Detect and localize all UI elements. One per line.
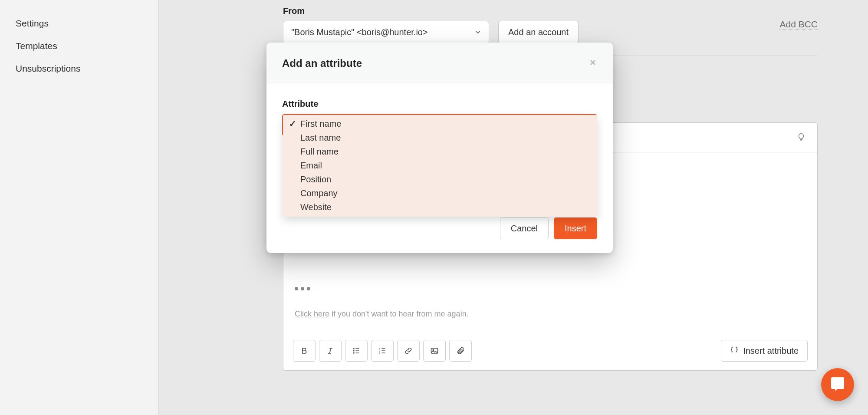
attribute-label: Attribute xyxy=(282,99,597,109)
chat-icon xyxy=(830,376,845,394)
braces-icon xyxy=(730,346,739,356)
close-icon[interactable] xyxy=(589,56,597,70)
italic-button[interactable] xyxy=(319,340,342,362)
modal-body: Attribute First name Last name Full name… xyxy=(266,83,613,145)
svg-text:3: 3 xyxy=(379,352,380,354)
from-value: "Boris Mustapic" <boris@hunter.io> xyxy=(291,27,428,37)
svg-point-1 xyxy=(353,350,354,351)
dropdown-option-last-name[interactable]: Last name xyxy=(283,131,597,145)
chevron-down-icon xyxy=(475,27,481,37)
insert-attribute-label: Insert attribute xyxy=(743,346,799,356)
numbered-list-button[interactable]: 123 xyxy=(371,340,394,362)
ellipsis-icon xyxy=(295,287,310,290)
dropdown-option-first-name[interactable]: First name xyxy=(283,115,597,131)
modal-title: Add an attribute xyxy=(282,57,362,69)
attribute-select[interactable]: First name Last name Full name Email Pos… xyxy=(282,114,597,136)
attribute-dropdown: First name Last name Full name Email Pos… xyxy=(283,115,597,217)
image-button[interactable] xyxy=(423,340,446,362)
link-button[interactable] xyxy=(397,340,420,362)
svg-point-0 xyxy=(353,348,354,349)
dropdown-option-email[interactable]: Email xyxy=(283,158,597,172)
modal-header: Add an attribute xyxy=(266,43,613,83)
svg-point-2 xyxy=(353,352,354,353)
add-attribute-modal: Add an attribute Attribute First name La… xyxy=(266,43,613,253)
bullet-list-button[interactable] xyxy=(345,340,368,362)
lightbulb-icon[interactable] xyxy=(796,132,806,144)
cancel-button[interactable]: Cancel xyxy=(500,217,549,239)
sidebar-item-unsubscriptions[interactable]: Unsubscriptions xyxy=(0,57,158,80)
unsubscribe-link[interactable]: Click here xyxy=(295,310,329,318)
chat-widget-button[interactable] xyxy=(821,368,854,401)
sidebar-item-templates[interactable]: Templates xyxy=(0,35,158,57)
unsubscribe-text: if you don't want to hear from me again. xyxy=(329,310,469,318)
dropdown-option-company[interactable]: Company xyxy=(283,186,597,200)
attachment-button[interactable] xyxy=(449,340,472,362)
editor-toolbar: 123 Insert attribute xyxy=(293,340,808,362)
dropdown-option-position[interactable]: Position xyxy=(283,172,597,186)
dropdown-option-website[interactable]: Website xyxy=(283,200,597,217)
insert-button[interactable]: Insert xyxy=(554,217,597,239)
add-bcc-link[interactable]: Add BCC xyxy=(779,19,818,30)
dropdown-option-full-name[interactable]: Full name xyxy=(283,145,597,158)
sidebar-item-settings[interactable]: Settings xyxy=(0,12,158,35)
add-account-button[interactable]: Add an account xyxy=(498,21,579,43)
unsubscribe-line: Click here if you don't want to hear fro… xyxy=(295,310,469,319)
from-label: From xyxy=(283,6,305,16)
from-select[interactable]: "Boris Mustapic" <boris@hunter.io> xyxy=(283,21,489,43)
bold-button[interactable] xyxy=(293,340,316,362)
sidebar: Settings Templates Unsubscriptions xyxy=(0,0,159,415)
insert-attribute-button[interactable]: Insert attribute xyxy=(721,340,808,362)
